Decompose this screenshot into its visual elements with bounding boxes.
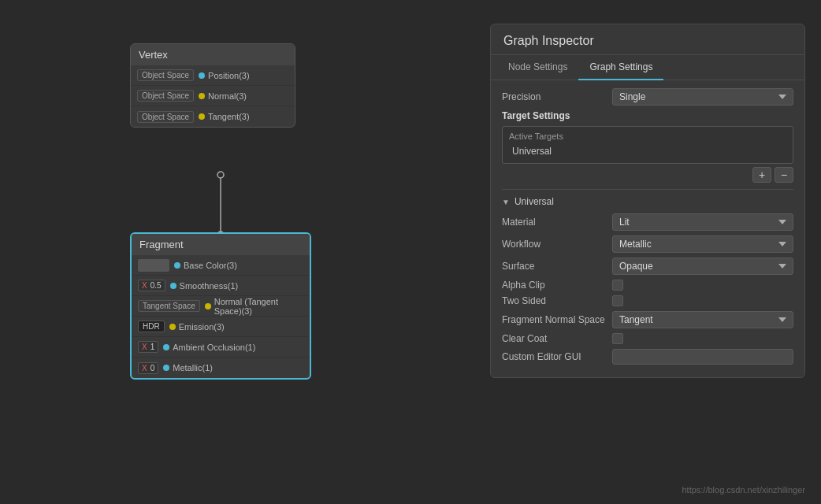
surface-label: Surface [502,261,612,272]
active-targets-box: Active Targets Universal [502,126,793,164]
custom-editor-label: Custom Editor GUI [502,351,612,362]
remove-target-button[interactable]: − [775,167,793,183]
port-dot-ao [163,344,169,350]
node-row-normal: Object Space Normal(3) [131,86,295,106]
node-row-position: Object Space Position(3) [131,65,295,86]
base-color-swatch [138,259,169,272]
graph-canvas[interactable]: Vertex Object Space Position(3) Object S… [0,0,418,504]
fragment-node: Fragment Base Color(3) X 0.5 Smoothness(… [130,232,311,380]
node-row-ao: X 1 Ambient Occlusion(1) [132,337,310,358]
material-label: Material [502,217,612,228]
port-label-hdr: HDR [138,321,165,332]
port-dot-normaltangent [205,303,211,309]
svg-point-1 [217,172,224,178]
port-name-normaltangent: Normal (Tangent Space)(3) [214,297,303,316]
two-sided-field [612,295,793,306]
inspector-title: Graph Inspector [491,24,804,55]
two-sided-label: Two Sided [502,295,612,306]
clear-coat-row: Clear Coat [502,333,793,344]
workflow-select[interactable]: Metallic Specular [612,235,793,253]
target-settings-label: Target Settings [502,110,612,121]
alpha-clip-label: Alpha Clip [502,280,612,291]
fragment-normal-label: Fragment Normal Space [502,314,612,325]
node-row-emission: HDR Emission(3) [132,317,310,337]
port-name-ao: Ambient Occlusion(1) [173,343,303,352]
workflow-field[interactable]: Metallic Specular [612,235,793,253]
port-dot-metallic [163,365,169,371]
tab-graph-settings[interactable]: Graph Settings [578,55,663,80]
material-select[interactable]: Lit Unlit [612,213,793,231]
port-label-object-space-2: Object Space [137,90,194,102]
chevron-icon: ▼ [502,198,510,206]
universal-header: ▼ Universal [502,196,793,207]
alpha-clip-row: Alpha Clip [502,280,793,291]
port-name-smoothness: Smoothness(1) [180,281,303,291]
node-row-smoothness: X 0.5 Smoothness(1) [132,276,310,296]
surface-row: Surface Opaque Transparent [502,258,793,275]
universal-item[interactable]: Universal [509,144,786,158]
fragment-normal-field[interactable]: Tangent World Object [612,311,793,328]
port-label-smoothness: X 0.5 [138,280,165,291]
vertex-node-title: Vertex [131,44,295,65]
port-dot-smoothness [170,283,176,289]
alpha-clip-field [612,280,793,291]
custom-editor-row: Custom Editor GUI [502,349,793,365]
surface-select[interactable]: Opaque Transparent [612,258,793,275]
precision-select[interactable]: Single Half Float [612,88,793,106]
material-row: Material Lit Unlit [502,213,793,231]
node-row-normal-tangent: Tangent Space Normal (Tangent Space)(3) [132,296,310,317]
surface-field[interactable]: Opaque Transparent [612,258,793,275]
node-row-basecolor: Base Color(3) [132,255,310,276]
watermark-text: https://blog.csdn.net/xinzhilinger [682,485,805,495]
inspector-body: Precision Single Half Float Target Setti… [491,80,804,377]
precision-row: Precision Single Half Float [502,88,793,106]
material-field[interactable]: Lit Unlit [612,213,793,231]
inspector-panel: Graph Inspector Node Settings Graph Sett… [490,24,805,378]
port-name-normal: Normal(3) [208,91,288,101]
two-sided-row: Two Sided [502,295,793,306]
port-dot-position [199,72,205,79]
port-name-emission: Emission(3) [179,322,303,332]
port-dot-tangent [199,113,205,120]
port-dot-basecolor [174,262,180,269]
two-sided-checkbox[interactable] [612,295,623,306]
vertex-node: Vertex Object Space Position(3) Object S… [130,43,295,128]
workflow-label: Workflow [502,239,612,250]
universal-section: ▼ Universal Material Lit Unlit Workflow [502,189,793,365]
fragment-normal-select[interactable]: Tangent World Object [612,311,793,328]
clear-coat-checkbox[interactable] [612,333,623,344]
workflow-row: Workflow Metallic Specular [502,235,793,253]
inspector-tabs: Node Settings Graph Settings [491,55,804,80]
precision-label: Precision [502,91,612,102]
targets-actions: + − [502,167,793,183]
active-targets-label: Active Targets [509,132,786,141]
port-label-tangent-space: Tangent Space [138,300,200,312]
target-settings-row: Target Settings [502,110,793,121]
tab-node-settings[interactable]: Node Settings [497,55,578,80]
port-label-object-space-1: Object Space [137,69,194,81]
clear-coat-field [612,333,793,344]
add-target-button[interactable]: + [752,167,771,183]
port-name-position: Position(3) [208,71,288,80]
node-row-metallic: X 0 Metallic(1) [132,358,310,378]
node-row-tangent: Object Space Tangent(3) [131,106,295,127]
universal-section-label: Universal [515,196,554,207]
custom-editor-field[interactable] [612,349,793,365]
port-dot-normal [199,93,205,99]
port-name-basecolor: Base Color(3) [184,261,303,270]
custom-editor-input[interactable] [612,349,793,365]
port-name-tangent: Tangent(3) [208,112,288,121]
fragment-normal-row: Fragment Normal Space Tangent World Obje… [502,311,793,328]
alpha-clip-checkbox[interactable] [612,280,623,291]
port-label-object-space-3: Object Space [137,111,194,123]
port-label-metallic: X 0 [138,362,158,374]
precision-value[interactable]: Single Half Float [612,88,793,106]
port-name-metallic: Metallic(1) [173,363,303,372]
clear-coat-label: Clear Coat [502,333,612,344]
fragment-node-title: Fragment [132,234,310,255]
port-label-ao: X 1 [138,341,158,353]
port-dot-emission [169,324,176,330]
